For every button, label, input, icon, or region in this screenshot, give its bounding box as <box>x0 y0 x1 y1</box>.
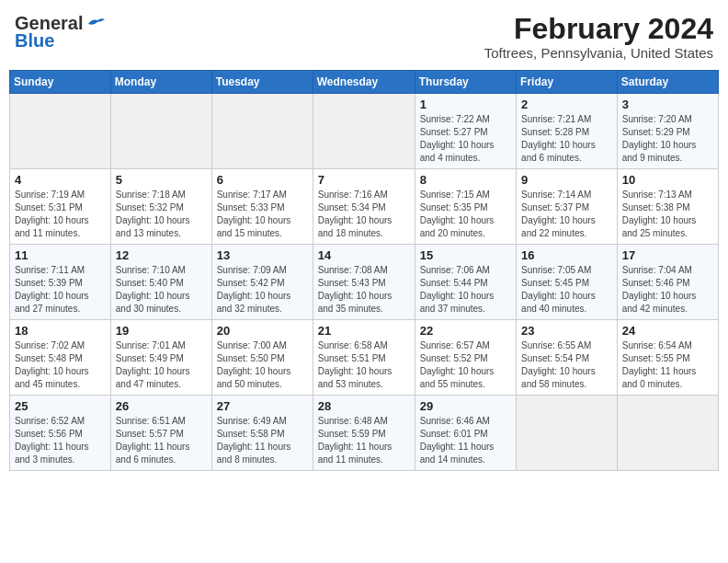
calendar-cell: 7Sunrise: 7:16 AM Sunset: 5:34 PM Daylig… <box>313 169 415 245</box>
calendar-cell: 21Sunrise: 6:58 AM Sunset: 5:51 PM Dayli… <box>313 320 415 396</box>
calendar-cell <box>10 94 111 169</box>
day-info: Sunrise: 7:20 AM Sunset: 5:29 PM Dayligh… <box>622 113 713 165</box>
day-info: Sunrise: 6:48 AM Sunset: 5:59 PM Dayligh… <box>318 415 410 466</box>
calendar-cell: 1Sunrise: 7:22 AM Sunset: 5:27 PM Daylig… <box>415 94 516 169</box>
calendar-cell: 17Sunrise: 7:04 AM Sunset: 5:46 PM Dayli… <box>617 245 718 320</box>
calendar-cell: 20Sunrise: 7:00 AM Sunset: 5:50 PM Dayli… <box>211 320 313 396</box>
calendar-cell: 14Sunrise: 7:08 AM Sunset: 5:43 PM Dayli… <box>313 245 415 320</box>
page-header: General Blue February 2024 Toftrees, Pen… <box>9 9 719 64</box>
day-number: 24 <box>622 324 713 338</box>
day-info: Sunrise: 6:58 AM Sunset: 5:51 PM Dayligh… <box>318 339 410 391</box>
day-number: 9 <box>521 173 612 187</box>
day-info: Sunrise: 7:13 AM Sunset: 5:38 PM Dayligh… <box>622 189 713 240</box>
calendar-cell: 28Sunrise: 6:48 AM Sunset: 5:59 PM Dayli… <box>313 396 415 471</box>
day-info: Sunrise: 6:51 AM Sunset: 5:57 PM Dayligh… <box>116 415 207 466</box>
calendar-cell: 2Sunrise: 7:21 AM Sunset: 5:28 PM Daylig… <box>517 94 618 169</box>
day-info: Sunrise: 7:21 AM Sunset: 5:28 PM Dayligh… <box>521 113 612 165</box>
day-number: 19 <box>116 324 207 338</box>
day-number: 14 <box>318 248 410 262</box>
day-info: Sunrise: 7:17 AM Sunset: 5:33 PM Dayligh… <box>217 189 308 240</box>
day-number: 13 <box>217 248 308 262</box>
day-number: 8 <box>420 173 511 187</box>
calendar-cell <box>211 94 313 169</box>
day-info: Sunrise: 7:02 AM Sunset: 5:48 PM Dayligh… <box>15 339 106 391</box>
day-info: Sunrise: 7:01 AM Sunset: 5:49 PM Dayligh… <box>116 339 207 391</box>
day-info: Sunrise: 7:14 AM Sunset: 5:37 PM Dayligh… <box>521 189 612 240</box>
day-number: 16 <box>521 248 612 262</box>
day-number: 18 <box>15 324 106 338</box>
logo-bird-icon <box>85 17 105 31</box>
calendar-week-row: 25Sunrise: 6:52 AM Sunset: 5:56 PM Dayli… <box>10 396 719 471</box>
day-info: Sunrise: 7:15 AM Sunset: 5:35 PM Dayligh… <box>420 189 511 240</box>
day-info: Sunrise: 7:04 AM Sunset: 5:46 PM Dayligh… <box>622 264 713 316</box>
calendar-cell <box>313 94 415 169</box>
day-info: Sunrise: 7:06 AM Sunset: 5:44 PM Dayligh… <box>420 264 511 316</box>
calendar-cell: 3Sunrise: 7:20 AM Sunset: 5:29 PM Daylig… <box>617 94 718 169</box>
day-number: 1 <box>420 98 511 111</box>
day-number: 22 <box>420 324 511 338</box>
calendar-week-row: 1Sunrise: 7:22 AM Sunset: 5:27 PM Daylig… <box>10 94 719 169</box>
day-number: 23 <box>521 324 612 338</box>
title-area: February 2024 Toftrees, Pennsylvania, Un… <box>484 13 713 61</box>
day-number: 6 <box>217 173 308 187</box>
month-year-title: February 2024 <box>484 13 713 45</box>
calendar-day-header: Saturday <box>617 71 718 94</box>
day-number: 11 <box>15 248 106 262</box>
day-info: Sunrise: 6:57 AM Sunset: 5:52 PM Dayligh… <box>420 339 511 391</box>
calendar-week-row: 11Sunrise: 7:11 AM Sunset: 5:39 PM Dayli… <box>10 245 719 320</box>
calendar-cell: 19Sunrise: 7:01 AM Sunset: 5:49 PM Dayli… <box>110 320 211 396</box>
day-number: 17 <box>622 248 713 262</box>
calendar-cell: 10Sunrise: 7:13 AM Sunset: 5:38 PM Dayli… <box>617 169 718 245</box>
day-info: Sunrise: 6:55 AM Sunset: 5:54 PM Dayligh… <box>521 339 612 391</box>
calendar-table: SundayMondayTuesdayWednesdayThursdayFrid… <box>9 70 719 471</box>
logo: General Blue <box>15 13 105 52</box>
calendar-cell: 9Sunrise: 7:14 AM Sunset: 5:37 PM Daylig… <box>517 169 618 245</box>
calendar-cell <box>517 396 618 471</box>
logo-blue: Blue <box>15 30 54 52</box>
day-number: 4 <box>15 173 106 187</box>
calendar-day-header: Thursday <box>415 71 516 94</box>
calendar-day-header: Tuesday <box>211 71 313 94</box>
calendar-cell <box>110 94 211 169</box>
day-number: 5 <box>116 173 207 187</box>
day-info: Sunrise: 6:49 AM Sunset: 5:58 PM Dayligh… <box>217 415 308 466</box>
calendar-cell: 16Sunrise: 7:05 AM Sunset: 5:45 PM Dayli… <box>517 245 618 320</box>
day-info: Sunrise: 7:19 AM Sunset: 5:31 PM Dayligh… <box>15 189 106 240</box>
calendar-cell <box>617 396 718 471</box>
day-number: 15 <box>420 248 511 262</box>
calendar-cell: 23Sunrise: 6:55 AM Sunset: 5:54 PM Dayli… <box>517 320 618 396</box>
day-number: 20 <box>217 324 308 338</box>
calendar-day-header: Friday <box>517 71 618 94</box>
day-number: 26 <box>116 399 207 413</box>
calendar-header-row: SundayMondayTuesdayWednesdayThursdayFrid… <box>10 71 719 94</box>
calendar-cell: 29Sunrise: 6:46 AM Sunset: 6:01 PM Dayli… <box>415 396 516 471</box>
day-number: 12 <box>116 248 207 262</box>
day-info: Sunrise: 7:10 AM Sunset: 5:40 PM Dayligh… <box>116 264 207 316</box>
calendar-cell: 6Sunrise: 7:17 AM Sunset: 5:33 PM Daylig… <box>211 169 313 245</box>
calendar-cell: 4Sunrise: 7:19 AM Sunset: 5:31 PM Daylig… <box>10 169 111 245</box>
calendar-cell: 15Sunrise: 7:06 AM Sunset: 5:44 PM Dayli… <box>415 245 516 320</box>
day-info: Sunrise: 7:09 AM Sunset: 5:42 PM Dayligh… <box>217 264 308 316</box>
calendar-day-header: Wednesday <box>313 71 415 94</box>
calendar-day-header: Sunday <box>10 71 111 94</box>
day-info: Sunrise: 7:00 AM Sunset: 5:50 PM Dayligh… <box>217 339 308 391</box>
calendar-day-header: Monday <box>110 71 211 94</box>
day-info: Sunrise: 7:05 AM Sunset: 5:45 PM Dayligh… <box>521 264 612 316</box>
day-number: 27 <box>217 399 308 413</box>
calendar-cell: 13Sunrise: 7:09 AM Sunset: 5:42 PM Dayli… <box>211 245 313 320</box>
calendar-cell: 27Sunrise: 6:49 AM Sunset: 5:58 PM Dayli… <box>211 396 313 471</box>
day-number: 7 <box>318 173 410 187</box>
day-info: Sunrise: 6:46 AM Sunset: 6:01 PM Dayligh… <box>420 415 511 466</box>
calendar-cell: 24Sunrise: 6:54 AM Sunset: 5:55 PM Dayli… <box>617 320 718 396</box>
location-subtitle: Toftrees, Pennsylvania, United States <box>484 45 713 61</box>
calendar-week-row: 4Sunrise: 7:19 AM Sunset: 5:31 PM Daylig… <box>10 169 719 245</box>
calendar-cell: 25Sunrise: 6:52 AM Sunset: 5:56 PM Dayli… <box>10 396 111 471</box>
calendar-cell: 5Sunrise: 7:18 AM Sunset: 5:32 PM Daylig… <box>110 169 211 245</box>
day-number: 3 <box>622 98 713 111</box>
calendar-cell: 11Sunrise: 7:11 AM Sunset: 5:39 PM Dayli… <box>10 245 111 320</box>
day-number: 10 <box>622 173 713 187</box>
calendar-cell: 18Sunrise: 7:02 AM Sunset: 5:48 PM Dayli… <box>10 320 111 396</box>
day-number: 21 <box>318 324 410 338</box>
calendar-cell: 26Sunrise: 6:51 AM Sunset: 5:57 PM Dayli… <box>110 396 211 471</box>
day-number: 28 <box>318 399 410 413</box>
